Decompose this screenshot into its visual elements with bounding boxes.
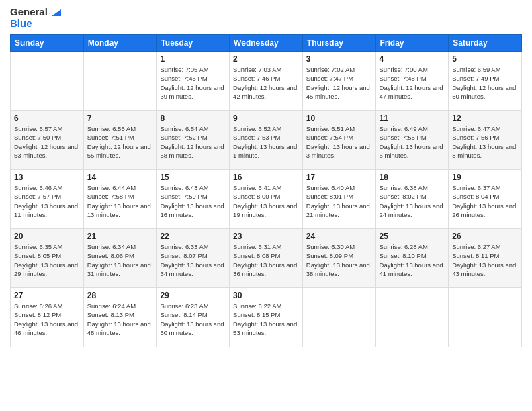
cell-info: Sunrise: 6:35 AM Sunset: 8:05 PM Dayligh… bbox=[14, 242, 80, 278]
day-number: 10 bbox=[306, 113, 372, 123]
cell-info: Sunrise: 6:59 AM Sunset: 7:49 PM Dayligh… bbox=[452, 65, 518, 101]
cal-cell-r0c6: 5Sunrise: 6:59 AM Sunset: 7:49 PM Daylig… bbox=[449, 52, 522, 111]
cal-cell-r3c2: 22Sunrise: 6:33 AM Sunset: 8:07 PM Dayli… bbox=[157, 229, 230, 288]
cell-info: Sunrise: 6:27 AM Sunset: 8:11 PM Dayligh… bbox=[452, 242, 518, 278]
day-number: 1 bbox=[160, 54, 226, 64]
cell-info: Sunrise: 6:24 AM Sunset: 8:13 PM Dayligh… bbox=[87, 302, 153, 337]
cal-cell-r4c4 bbox=[302, 288, 375, 347]
cal-cell-r3c3: 23Sunrise: 6:31 AM Sunset: 8:08 PM Dayli… bbox=[230, 229, 303, 288]
calendar-row-2: 13Sunrise: 6:46 AM Sunset: 7:57 PM Dayli… bbox=[11, 170, 522, 229]
weekday-header-row: SundayMondayTuesdayWednesdayThursdayFrid… bbox=[11, 35, 522, 52]
cell-info: Sunrise: 6:30 AM Sunset: 8:09 PM Dayligh… bbox=[306, 242, 372, 278]
cell-info: Sunrise: 6:54 AM Sunset: 7:52 PM Dayligh… bbox=[160, 124, 226, 160]
day-number: 18 bbox=[380, 173, 445, 182]
calendar-row-4: 27Sunrise: 6:26 AM Sunset: 8:12 PM Dayli… bbox=[11, 288, 522, 347]
cal-cell-r1c3: 9Sunrise: 6:52 AM Sunset: 7:53 PM Daylig… bbox=[230, 111, 303, 170]
cal-cell-r1c1: 7Sunrise: 6:55 AM Sunset: 7:51 PM Daylig… bbox=[83, 111, 157, 170]
cal-cell-r1c0: 6Sunrise: 6:57 AM Sunset: 7:50 PM Daylig… bbox=[11, 111, 84, 170]
cell-info: Sunrise: 7:00 AM Sunset: 7:48 PM Dayligh… bbox=[380, 65, 445, 101]
cell-info: Sunrise: 6:52 AM Sunset: 7:53 PM Dayligh… bbox=[233, 124, 299, 160]
cal-cell-r1c2: 8Sunrise: 6:54 AM Sunset: 7:52 PM Daylig… bbox=[157, 111, 230, 170]
calendar-row-0: 1Sunrise: 7:05 AM Sunset: 7:45 PM Daylig… bbox=[11, 52, 522, 111]
cell-info: Sunrise: 7:03 AM Sunset: 7:46 PM Dayligh… bbox=[233, 65, 299, 101]
cal-cell-r2c3: 16Sunrise: 6:41 AM Sunset: 8:00 PM Dayli… bbox=[230, 170, 303, 229]
logo-triangle-icon bbox=[52, 9, 61, 16]
day-number: 27 bbox=[14, 291, 80, 300]
logo: General Blue bbox=[10, 7, 61, 29]
cell-info: Sunrise: 6:22 AM Sunset: 8:15 PM Dayligh… bbox=[233, 302, 299, 337]
day-number: 23 bbox=[233, 232, 299, 241]
cell-info: Sunrise: 6:40 AM Sunset: 8:01 PM Dayligh… bbox=[306, 183, 372, 219]
day-number: 9 bbox=[233, 113, 299, 123]
cal-cell-r3c0: 20Sunrise: 6:35 AM Sunset: 8:05 PM Dayli… bbox=[11, 229, 84, 288]
logo-text: General Blue bbox=[10, 7, 61, 29]
cell-info: Sunrise: 6:31 AM Sunset: 8:08 PM Dayligh… bbox=[233, 242, 299, 278]
weekday-header-thursday: Thursday bbox=[302, 35, 375, 52]
cal-cell-r4c0: 27Sunrise: 6:26 AM Sunset: 8:12 PM Dayli… bbox=[11, 288, 84, 347]
cal-cell-r1c5: 11Sunrise: 6:49 AM Sunset: 7:55 PM Dayli… bbox=[375, 111, 449, 170]
cell-info: Sunrise: 7:05 AM Sunset: 7:45 PM Dayligh… bbox=[160, 65, 226, 101]
cell-info: Sunrise: 6:37 AM Sunset: 8:04 PM Dayligh… bbox=[452, 183, 518, 219]
day-number: 3 bbox=[306, 54, 372, 64]
cal-cell-r3c4: 24Sunrise: 6:30 AM Sunset: 8:09 PM Dayli… bbox=[302, 229, 375, 288]
cal-cell-r4c5 bbox=[375, 288, 449, 347]
day-number: 28 bbox=[87, 291, 153, 300]
cal-cell-r4c6 bbox=[449, 288, 522, 347]
cal-cell-r2c4: 17Sunrise: 6:40 AM Sunset: 8:01 PM Dayli… bbox=[302, 170, 375, 229]
cell-info: Sunrise: 6:46 AM Sunset: 7:57 PM Dayligh… bbox=[14, 183, 80, 219]
cal-cell-r3c1: 21Sunrise: 6:34 AM Sunset: 8:06 PM Dayli… bbox=[83, 229, 157, 288]
calendar-page: General Blue SundayMondayTuesdayWednesda… bbox=[0, 0, 532, 411]
cell-info: Sunrise: 6:49 AM Sunset: 7:55 PM Dayligh… bbox=[380, 124, 445, 160]
day-number: 5 bbox=[452, 54, 518, 64]
cal-cell-r0c1 bbox=[83, 52, 157, 111]
cell-info: Sunrise: 6:38 AM Sunset: 8:02 PM Dayligh… bbox=[380, 183, 445, 219]
cal-cell-r1c6: 12Sunrise: 6:47 AM Sunset: 7:56 PM Dayli… bbox=[449, 111, 522, 170]
day-number: 17 bbox=[306, 173, 372, 182]
cal-cell-r3c5: 25Sunrise: 6:28 AM Sunset: 8:10 PM Dayli… bbox=[375, 229, 449, 288]
cal-cell-r4c1: 28Sunrise: 6:24 AM Sunset: 8:13 PM Dayli… bbox=[83, 288, 157, 347]
cell-info: Sunrise: 6:34 AM Sunset: 8:06 PM Dayligh… bbox=[87, 242, 153, 278]
cal-cell-r2c5: 18Sunrise: 6:38 AM Sunset: 8:02 PM Dayli… bbox=[375, 170, 449, 229]
day-number: 14 bbox=[87, 173, 153, 182]
calendar-row-1: 6Sunrise: 6:57 AM Sunset: 7:50 PM Daylig… bbox=[11, 111, 522, 170]
day-number: 11 bbox=[380, 113, 445, 123]
day-number: 2 bbox=[233, 54, 299, 64]
cal-cell-r2c2: 15Sunrise: 6:43 AM Sunset: 7:59 PM Dayli… bbox=[157, 170, 230, 229]
day-number: 20 bbox=[14, 232, 80, 241]
weekday-header-wednesday: Wednesday bbox=[230, 35, 303, 52]
day-number: 13 bbox=[14, 173, 80, 182]
cell-info: Sunrise: 6:55 AM Sunset: 7:51 PM Dayligh… bbox=[87, 124, 153, 160]
cal-cell-r0c0 bbox=[11, 52, 84, 111]
day-number: 19 bbox=[452, 173, 518, 182]
day-number: 26 bbox=[452, 232, 518, 241]
cell-info: Sunrise: 7:02 AM Sunset: 7:47 PM Dayligh… bbox=[306, 65, 372, 101]
cell-info: Sunrise: 6:57 AM Sunset: 7:50 PM Dayligh… bbox=[14, 124, 80, 160]
cal-cell-r0c5: 4Sunrise: 7:00 AM Sunset: 7:48 PM Daylig… bbox=[375, 52, 449, 111]
day-number: 12 bbox=[452, 113, 518, 123]
day-number: 15 bbox=[160, 173, 226, 182]
cal-cell-r0c3: 2Sunrise: 7:03 AM Sunset: 7:46 PM Daylig… bbox=[230, 52, 303, 111]
day-number: 7 bbox=[87, 113, 153, 123]
day-number: 30 bbox=[233, 291, 299, 300]
cell-info: Sunrise: 6:51 AM Sunset: 7:54 PM Dayligh… bbox=[306, 124, 372, 160]
cal-cell-r4c2: 29Sunrise: 6:23 AM Sunset: 8:14 PM Dayli… bbox=[157, 288, 230, 347]
calendar-row-3: 20Sunrise: 6:35 AM Sunset: 8:05 PM Dayli… bbox=[11, 229, 522, 288]
day-number: 8 bbox=[160, 113, 226, 123]
weekday-header-friday: Friday bbox=[375, 35, 449, 52]
day-number: 6 bbox=[14, 113, 80, 123]
cal-cell-r3c6: 26Sunrise: 6:27 AM Sunset: 8:11 PM Dayli… bbox=[449, 229, 522, 288]
cell-info: Sunrise: 6:23 AM Sunset: 8:14 PM Dayligh… bbox=[160, 302, 226, 337]
cal-cell-r1c4: 10Sunrise: 6:51 AM Sunset: 7:54 PM Dayli… bbox=[302, 111, 375, 170]
cal-cell-r0c2: 1Sunrise: 7:05 AM Sunset: 7:45 PM Daylig… bbox=[157, 52, 230, 111]
cell-info: Sunrise: 6:41 AM Sunset: 8:00 PM Dayligh… bbox=[233, 183, 299, 219]
cell-info: Sunrise: 6:44 AM Sunset: 7:58 PM Dayligh… bbox=[87, 183, 153, 219]
day-number: 24 bbox=[306, 232, 372, 241]
cal-cell-r2c6: 19Sunrise: 6:37 AM Sunset: 8:04 PM Dayli… bbox=[449, 170, 522, 229]
day-number: 22 bbox=[160, 232, 226, 241]
header: General Blue bbox=[10, 7, 522, 29]
cal-cell-r2c0: 13Sunrise: 6:46 AM Sunset: 7:57 PM Dayli… bbox=[11, 170, 84, 229]
cell-info: Sunrise: 6:43 AM Sunset: 7:59 PM Dayligh… bbox=[160, 183, 226, 219]
cell-info: Sunrise: 6:28 AM Sunset: 8:10 PM Dayligh… bbox=[380, 242, 445, 278]
weekday-header-monday: Monday bbox=[83, 35, 157, 52]
day-number: 4 bbox=[380, 54, 445, 64]
